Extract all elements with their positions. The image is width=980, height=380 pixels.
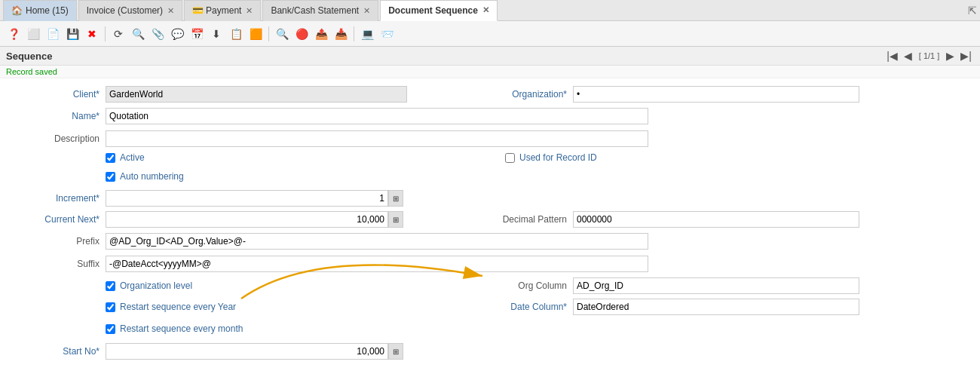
suffix-input[interactable] bbox=[106, 256, 648, 272]
sep1 bbox=[105, 26, 106, 41]
tab-docseq[interactable]: Document Sequence ✕ bbox=[380, 0, 498, 21]
restart-month-checkbox-group: Restart sequence every month bbox=[106, 323, 243, 334]
collapse-button[interactable]: ⇱ bbox=[968, 5, 977, 17]
used-for-record-id-checkbox[interactable] bbox=[505, 153, 515, 163]
current-next-calc-btn[interactable]: ⊞ bbox=[388, 211, 403, 228]
lock-button[interactable]: 🔴 bbox=[292, 25, 311, 43]
org-level-checkbox[interactable] bbox=[106, 281, 115, 291]
delete-button[interactable]: ✖ bbox=[83, 25, 101, 43]
tab-payment-label: Payment bbox=[206, 5, 241, 16]
record-id-field-group: Used for Record ID bbox=[482, 152, 965, 163]
tab-docseq-label: Document Sequence bbox=[388, 5, 478, 16]
current-next-input[interactable] bbox=[106, 211, 388, 228]
down-button[interactable]: ⬇ bbox=[207, 25, 225, 43]
description-input[interactable] bbox=[106, 130, 648, 147]
tab-bank[interactable]: Bank/Cash Statement ✕ bbox=[262, 0, 378, 21]
tab-payment[interactable]: 💳 Payment ✕ bbox=[184, 0, 261, 21]
find-button[interactable]: 🔍 bbox=[129, 25, 147, 43]
tab-bank-close[interactable]: ✕ bbox=[363, 6, 370, 16]
nav-prev[interactable]: ◀ bbox=[902, 50, 914, 62]
nav-last[interactable]: ▶| bbox=[958, 50, 974, 62]
current-next-field-group: Current Next* ⊞ bbox=[15, 211, 482, 228]
restart-year-field-group: Restart sequence every Year bbox=[15, 302, 482, 312]
page-header: Sequence |◀ ◀ [ 1/1 ] ▶ ▶| bbox=[0, 47, 980, 66]
org-level-row: Organization level Org Column bbox=[15, 277, 965, 294]
new-button[interactable]: ⬜ bbox=[24, 25, 42, 43]
sep2 bbox=[268, 26, 269, 41]
status-bar: Record saved bbox=[0, 66, 980, 78]
tab-bar: 🏠 Home (15) Invoice (Customer) ✕ 💳 Payme… bbox=[0, 0, 980, 21]
prefix-row: Prefix bbox=[15, 232, 965, 250]
start-no-calc-btn[interactable]: ⊞ bbox=[388, 343, 403, 360]
org-level-label[interactable]: Organization level bbox=[120, 280, 192, 291]
client-field-group: Client* bbox=[15, 86, 482, 103]
active-label[interactable]: Active bbox=[120, 152, 145, 163]
active-field-group: Active bbox=[15, 152, 482, 163]
increment-field-group: Increment* ⊞ bbox=[15, 190, 482, 207]
restart-year-checkbox-group: Restart sequence every Year bbox=[106, 302, 236, 312]
name-row: Name* bbox=[15, 107, 965, 125]
zoom-button[interactable]: 🔍 bbox=[273, 25, 291, 43]
client-input[interactable] bbox=[106, 86, 407, 103]
client-org-row: Client* Organization* bbox=[15, 86, 965, 103]
start-no-label: Start No* bbox=[15, 346, 106, 357]
tab-payment-close[interactable]: ✕ bbox=[246, 6, 253, 16]
increment-row: Increment* ⊞ bbox=[15, 190, 965, 207]
nav-first[interactable]: |◀ bbox=[884, 50, 900, 62]
page-title: Sequence bbox=[6, 51, 884, 62]
decimal-pattern-input[interactable] bbox=[573, 211, 859, 228]
attachment-button[interactable]: 📎 bbox=[149, 25, 167, 43]
tab-home-label: Home (15) bbox=[26, 5, 69, 16]
pagination-info: [ 1/1 ] bbox=[919, 51, 940, 60]
tab-docseq-close[interactable]: ✕ bbox=[482, 5, 489, 15]
used-for-record-id-group: Used for Record ID bbox=[482, 152, 597, 163]
org-column-input[interactable] bbox=[573, 277, 859, 294]
org-input[interactable] bbox=[573, 86, 859, 103]
nav-next[interactable]: ▶ bbox=[944, 50, 957, 62]
suffix-row: Suffix bbox=[15, 255, 965, 273]
export-button[interactable]: 📤 bbox=[312, 25, 330, 43]
mail-button[interactable]: 📨 bbox=[378, 25, 396, 43]
used-for-record-id-label[interactable]: Used for Record ID bbox=[519, 152, 597, 163]
save-button[interactable]: 💾 bbox=[63, 25, 81, 43]
restart-year-label[interactable]: Restart sequence every Year bbox=[120, 302, 236, 312]
increment-calc-btn[interactable]: ⊞ bbox=[388, 190, 403, 207]
payment-icon: 💳 bbox=[192, 5, 204, 16]
import-button[interactable]: 📥 bbox=[332, 25, 350, 43]
tab-home[interactable]: 🏠 Home (15) bbox=[3, 0, 77, 21]
auto-numbering-row: Auto numbering bbox=[15, 167, 965, 185]
print-button[interactable]: 🟧 bbox=[247, 25, 265, 43]
active-checkbox[interactable] bbox=[106, 153, 115, 163]
date-column-field-group: Date Column* bbox=[482, 299, 965, 315]
active-row: Active Used for Record ID bbox=[15, 152, 965, 163]
auto-numbering-checkbox-group: Auto numbering bbox=[106, 171, 184, 182]
auto-numbering-label[interactable]: Auto numbering bbox=[120, 171, 184, 182]
decimal-pattern-label: Decimal Pattern bbox=[482, 214, 573, 225]
help-button[interactable]: ❓ bbox=[5, 25, 23, 43]
report-button[interactable]: 📋 bbox=[227, 25, 245, 43]
note-button[interactable]: 💬 bbox=[168, 25, 186, 43]
calendar-button[interactable]: 📅 bbox=[188, 25, 206, 43]
workbench-button[interactable]: 💻 bbox=[358, 25, 376, 43]
increment-input[interactable] bbox=[106, 190, 388, 207]
auto-numbering-field-group: Auto numbering bbox=[15, 171, 184, 182]
copy-button[interactable]: 📄 bbox=[44, 25, 62, 43]
refresh-button[interactable]: ⟳ bbox=[109, 25, 127, 43]
restart-month-field-group: Restart sequence every month bbox=[15, 323, 243, 334]
date-column-input[interactable] bbox=[573, 299, 859, 315]
name-input[interactable] bbox=[106, 108, 648, 124]
auto-numbering-checkbox[interactable] bbox=[106, 172, 115, 182]
prefix-label: Prefix bbox=[15, 236, 106, 247]
increment-label: Increment* bbox=[15, 193, 106, 204]
org-column-field-group: Org Column bbox=[482, 277, 965, 294]
current-next-label: Current Next* bbox=[15, 214, 106, 225]
tab-invoice[interactable]: Invoice (Customer) ✕ bbox=[78, 0, 182, 21]
restart-month-label[interactable]: Restart sequence every month bbox=[120, 323, 243, 334]
tab-invoice-close[interactable]: ✕ bbox=[167, 6, 174, 16]
tab-invoice-label: Invoice (Customer) bbox=[87, 5, 163, 16]
restart-month-checkbox[interactable] bbox=[106, 324, 115, 334]
prefix-input[interactable] bbox=[106, 233, 648, 250]
org-field-group: Organization* bbox=[482, 86, 965, 103]
start-no-input[interactable] bbox=[106, 343, 388, 360]
restart-year-checkbox[interactable] bbox=[106, 302, 115, 312]
